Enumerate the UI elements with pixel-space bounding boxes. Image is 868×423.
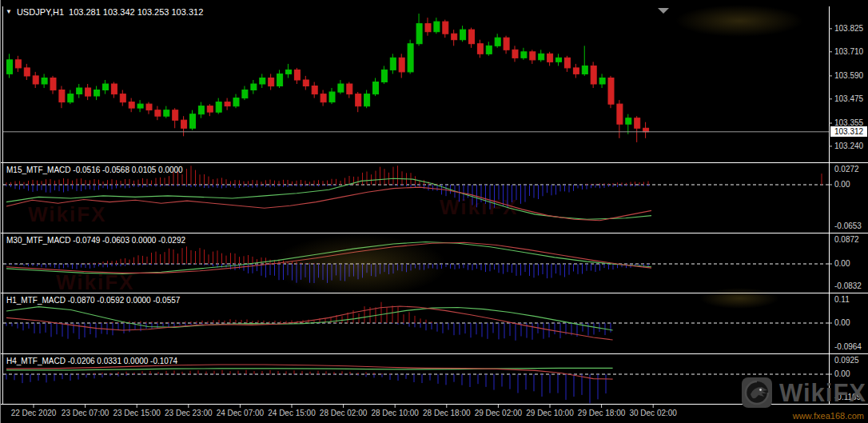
mt4-chart-window: WikiFX WikiFX WikiFX ▼ USDJPY,H1 103.281… [0,0,868,423]
time-axis-label: 23 Dec 23:00 [165,409,213,417]
time-axis-label: 24 Dec 15:00 [268,409,316,417]
axis-label: 103.590 [834,71,863,80]
axis-label: 103.825 [834,24,863,33]
wikifx-wordmark: WikiFX [779,381,866,405]
axis-label: 103.475 [834,94,863,103]
wikifx-logo: WikiFX [741,377,866,409]
time-axis-label: 29 Dec 02:00 [475,409,523,417]
axis-label: 0.00 [834,259,850,268]
axis-label: -0.0653 [834,221,862,230]
axis-label: -0.0964 [834,342,862,351]
wikifx-eagle-icon [741,377,773,409]
macd-panel-h1[interactable] [0,293,829,353]
macd-panel-m15[interactable] [0,163,829,233]
axis-label: 0.0872 [834,235,859,244]
time-axis[interactable]: 22 Dec 202023 Dec 07:0023 Dec 15:0023 De… [0,406,829,423]
time-axis-label: 23 Dec 15:00 [113,409,161,417]
time-axis-label: 22 Dec 2020 [11,409,57,417]
time-axis-label: 29 Dec 18:00 [578,409,626,417]
axis-label: 0.0272 [834,165,859,174]
current-price-label: 103.312 [830,126,867,137]
watermark-url: www.fxea168.com [793,411,864,421]
axis-label: 0.00 [834,180,850,189]
main-chart-area[interactable] [0,6,829,162]
time-axis-label: 28 Dec 18:00 [423,409,471,417]
macd-panel-m30[interactable] [0,233,829,293]
axis-label: 103.710 [834,47,863,56]
time-axis-label: 23 Dec 07:00 [62,409,109,417]
time-axis-label: 24 Dec 07:00 [217,409,265,417]
time-axis-label: 30 Dec 02:00 [629,409,677,417]
axis-label: 0.0925 [834,356,859,365]
macd-panel-h4[interactable] [0,354,829,404]
axis-label: -0.0832 [834,281,862,290]
axis-label: 0.11 [834,295,850,304]
time-axis-label: 28 Dec 10:00 [371,409,419,417]
time-axis-label: 28 Dec 02:00 [320,409,368,417]
price-axis[interactable]: 103.825103.710103.590103.475103.355103.2… [833,0,868,423]
axis-label: 103.240 [834,142,863,150]
axis-label: 0.00 [834,318,850,327]
time-axis-label: 29 Dec 10:00 [526,409,574,417]
